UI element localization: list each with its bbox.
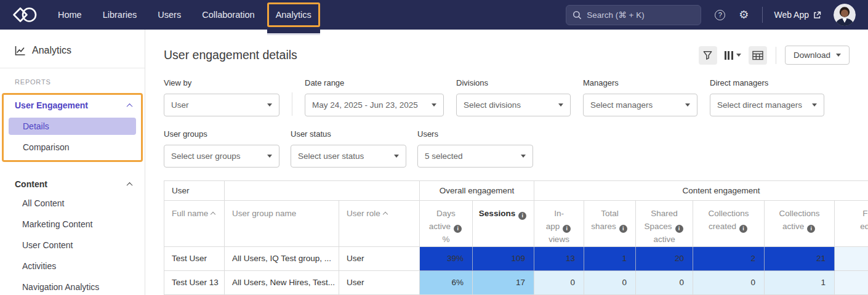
column-header-in-app-views[interactable]: In- appi views: [534, 201, 584, 247]
column-header-files-edited[interactable]: Files edited: [835, 201, 868, 247]
caret-down-icon: [521, 155, 526, 158]
sidebar-group-content[interactable]: Content: [0, 176, 145, 193]
caret-down-icon: [432, 103, 436, 107]
help-icon[interactable]: ?: [715, 10, 725, 20]
analytics-chart-icon: [15, 45, 26, 56]
nav-tab-analytics-label: Analytics: [276, 10, 311, 20]
nav-tab-analytics[interactable]: Analytics: [276, 10, 311, 20]
sidebar-divider: [0, 68, 145, 68]
page-title: User engagement details: [164, 48, 297, 62]
info-icon[interactable]: i: [675, 225, 683, 233]
column-header-total-shares[interactable]: Total sharesi: [584, 201, 636, 247]
column-header-collections-created[interactable]: Collections createdi: [693, 201, 765, 247]
cell-collections-created: 0: [693, 270, 765, 294]
sidebar-group-user-engagement[interactable]: User Engagement: [2, 97, 143, 114]
user-groups-label: User groups: [164, 129, 279, 139]
filter-button[interactable]: [699, 46, 717, 65]
search-input[interactable]: Search (⌘ + K): [566, 5, 701, 25]
sidebar-item-comparison[interactable]: Comparison: [9, 139, 136, 156]
showpad-logo-icon[interactable]: [12, 7, 37, 23]
sidebar-item-user-content[interactable]: User Content: [0, 235, 145, 256]
divisions-dropdown[interactable]: Select divisions: [456, 94, 571, 116]
nav-tab-users[interactable]: Users: [158, 10, 181, 20]
date-range-label: Date range: [305, 78, 444, 87]
info-icon[interactable]: i: [454, 225, 462, 233]
cell-collections-active: 1: [765, 270, 835, 294]
users-dropdown[interactable]: 5 selected: [417, 145, 533, 168]
sidebar-item-activities[interactable]: Activities: [0, 256, 145, 277]
column-header-sessions[interactable]: Sessionsi: [473, 201, 534, 247]
cell-collections-active: 21: [765, 246, 835, 270]
caret-down-icon: [267, 155, 272, 158]
view-by-dropdown[interactable]: User: [164, 94, 279, 116]
columns-icon: [725, 51, 733, 60]
group-header-empty: [225, 181, 420, 201]
web-app-link[interactable]: Web App: [774, 10, 821, 20]
view-by-label: View by: [164, 78, 279, 87]
info-icon[interactable]: i: [563, 225, 571, 233]
table-row[interactable]: Test User All Users, IQ Test group, ... …: [164, 246, 868, 270]
nav-divider: [762, 7, 763, 23]
table-view-button[interactable]: [749, 46, 767, 65]
gear-icon[interactable]: ⚙: [739, 9, 749, 20]
filters-row-1: View by User Date range May 24, 2025 - J…: [164, 78, 868, 116]
info-icon[interactable]: i: [518, 212, 526, 220]
sidebar-item-marketing-content[interactable]: Marketing Content: [0, 214, 145, 235]
cell-user-role: User: [339, 270, 420, 294]
table-grid-icon: [752, 51, 763, 60]
filter-users: Users 5 selected: [417, 129, 533, 168]
comparison-label: Comparison: [23, 142, 69, 152]
chevron-up-icon: [127, 103, 133, 109]
users-label: Users: [417, 129, 533, 139]
caret-down-icon: [836, 54, 841, 57]
top-navbar: Home Libraries Users Collaboration Analy…: [0, 0, 868, 30]
filter-managers: Managers Select managers: [583, 78, 697, 116]
sidebar-title-label: Analytics: [32, 45, 71, 56]
info-icon[interactable]: i: [739, 225, 747, 233]
engagement-table: User Overall engagement Content engageme…: [164, 180, 868, 295]
cell-user-group-name: All Users, New Hires, Test...: [225, 270, 339, 294]
sidebar-item-navigation-analytics[interactable]: Navigation Analytics: [0, 277, 145, 295]
toolbar-divider: [776, 47, 776, 64]
column-header-days-active[interactable]: Days activei %: [420, 201, 473, 247]
cell-in-app-views: 0: [534, 270, 584, 294]
column-header-collections-active[interactable]: Collections activei: [765, 201, 835, 247]
managers-dropdown[interactable]: Select managers: [583, 94, 697, 116]
date-range-dropdown[interactable]: May 24, 2025 - Jun 23, 2025: [305, 94, 444, 116]
chevron-up-icon: [127, 182, 133, 188]
column-header-user-group-name[interactable]: User group name: [225, 201, 339, 247]
caret-down-icon: [812, 103, 817, 107]
nav-tab-home[interactable]: Home: [58, 10, 82, 20]
divisions-label: Divisions: [456, 78, 571, 87]
user-avatar[interactable]: [834, 4, 856, 26]
engagement-table-wrap: User Overall engagement Content engageme…: [164, 180, 868, 295]
user-groups-dropdown[interactable]: Select user groups: [164, 145, 279, 168]
columns-button[interactable]: [723, 51, 742, 60]
caret-down-icon: [394, 155, 399, 158]
cell-user-role: User: [339, 246, 420, 270]
info-icon[interactable]: i: [807, 225, 815, 233]
direct-managers-dropdown[interactable]: Select direct managers: [710, 94, 824, 116]
external-link-icon: [813, 11, 821, 19]
analytics-sidebar: Analytics REPORTS User Engagement Detail…: [0, 30, 145, 295]
user-status-dropdown[interactable]: Select user status: [291, 145, 406, 168]
info-icon[interactable]: i: [619, 225, 627, 233]
nav-tab-collaboration[interactable]: Collaboration: [202, 10, 254, 20]
content-group: Content All Content Marketing Content Us…: [0, 176, 145, 295]
column-header-full-name[interactable]: Full name: [164, 201, 225, 247]
cell-total-shares: 0: [584, 270, 636, 294]
download-button[interactable]: Download: [785, 46, 850, 65]
nav-tab-libraries[interactable]: Libraries: [103, 10, 137, 20]
sidebar-item-all-content[interactable]: All Content: [0, 193, 145, 214]
filter-user-status: User status Select user status: [291, 129, 406, 168]
search-placeholder: Search (⌘ + K): [587, 10, 644, 20]
caret-down-icon: [558, 103, 563, 107]
filters-row-2: User groups Select user groups User stat…: [164, 129, 868, 168]
table-row[interactable]: Test User 13 All Users, New Hires, Test.…: [164, 270, 868, 294]
column-header-shared-spaces-active[interactable]: Shared Spacesi active: [636, 201, 693, 247]
filter-divisions: Divisions Select divisions: [456, 78, 571, 116]
sidebar-item-details[interactable]: Details: [9, 118, 136, 135]
column-header-user-role[interactable]: User role: [339, 201, 420, 247]
cell-total-shares: 1: [584, 246, 636, 270]
group-header-overall-engagement: Overall engagement: [420, 181, 534, 201]
